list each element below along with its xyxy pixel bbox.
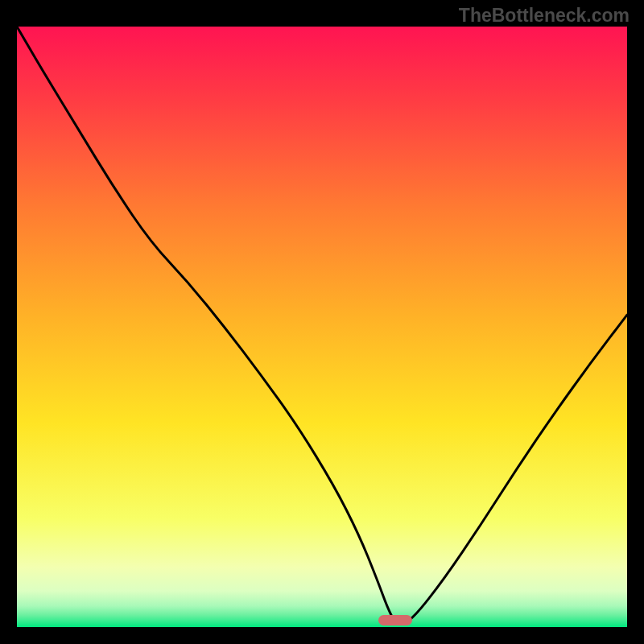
chart-container: TheBottleneck.com xyxy=(0,0,644,644)
svg-rect-0 xyxy=(17,27,627,627)
background-gradient xyxy=(17,27,627,627)
watermark-text: TheBottleneck.com xyxy=(459,5,630,27)
optimal-range-marker xyxy=(378,615,412,625)
plot-area xyxy=(17,27,627,627)
